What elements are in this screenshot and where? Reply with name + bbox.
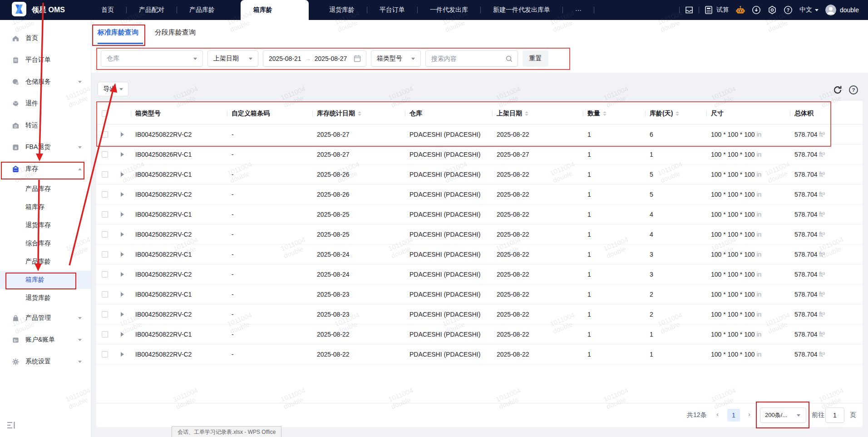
topbar-tab-首页[interactable]: 首页 (89, 0, 126, 20)
select-all-checkbox[interactable] (102, 110, 108, 117)
row-checkbox[interactable] (102, 171, 108, 178)
prev-page-button[interactable]: ‹ (716, 410, 719, 418)
sidebar-subitem-产品库存[interactable]: 产品库存 (0, 180, 91, 198)
reset-button[interactable]: 重置 (523, 50, 548, 67)
language-switcher[interactable]: 中文 (799, 6, 819, 14)
expand-row-icon[interactable] (121, 252, 124, 257)
sort-icon[interactable] (603, 111, 607, 116)
row-checkbox[interactable] (102, 291, 108, 298)
row-checkbox[interactable] (102, 131, 108, 138)
sidebar-item-系统设置[interactable]: 系统设置 (0, 351, 91, 372)
expand-row-icon[interactable] (121, 352, 124, 357)
row-checkbox[interactable] (102, 251, 108, 258)
tab-standard-age-query[interactable]: 标准库龄查询 (98, 28, 138, 37)
expand-row-icon[interactable] (121, 332, 124, 337)
goto-page-input[interactable] (825, 407, 844, 423)
download-icon[interactable] (752, 5, 761, 15)
tab-segment-age-query[interactable]: 分段库龄查询 (155, 28, 196, 37)
sort-asc-icon[interactable] (603, 111, 607, 113)
sidebar-item-产品管理[interactable]: 产品管理 (0, 307, 91, 329)
expand-row-icon[interactable] (121, 172, 124, 177)
size-unit: in (755, 271, 762, 278)
expand-row-icon[interactable] (121, 212, 124, 217)
row-checkbox[interactable] (102, 231, 108, 238)
row-checkbox[interactable] (102, 211, 108, 218)
sort-asc-icon[interactable] (358, 111, 361, 113)
topbar-tab-产品库龄[interactable]: 产品库龄 (177, 0, 227, 20)
row-checkbox[interactable] (102, 151, 108, 158)
table-help-icon[interactable]: ? (848, 85, 858, 95)
topbar-tab-箱库龄[interactable]: 箱库龄 (241, 0, 309, 20)
sidebar-item-转运[interactable]: 转运 (0, 114, 91, 136)
topbar-tab-平台订单[interactable]: 平台订单 (367, 0, 417, 20)
warehouse-select[interactable]: 仓库 (101, 50, 203, 67)
expand-row-icon[interactable] (121, 152, 124, 157)
sort-desc-icon[interactable] (676, 114, 679, 116)
row-checkbox[interactable] (102, 191, 108, 198)
sidebar-item-首页[interactable]: 首页 (0, 27, 91, 49)
sort-asc-icon[interactable] (525, 111, 528, 113)
export-button[interactable]: 导出 (98, 82, 128, 96)
column-header-数量[interactable]: 数量 (583, 103, 645, 124)
sidebar-subitem-退货库存[interactable]: 退货库存 (0, 216, 91, 234)
next-page-button[interactable]: › (748, 410, 750, 418)
row-checkbox[interactable] (102, 351, 108, 358)
date-type-select[interactable]: 上架日期 (207, 50, 258, 67)
sidebar-subitem-综合库存[interactable]: 综合库存 (0, 234, 91, 253)
sidebar-subitem-箱库龄[interactable]: 箱库龄 (0, 271, 91, 289)
calculator-icon[interactable] (704, 5, 713, 15)
settings-icon[interactable] (768, 5, 777, 15)
topbar-tab-退货库龄[interactable]: 退货库龄 (317, 0, 367, 20)
help-icon[interactable]: ? (784, 5, 793, 15)
row-checkbox[interactable] (102, 271, 108, 278)
expand-row-icon[interactable] (121, 232, 124, 237)
sort-desc-icon[interactable] (358, 114, 361, 116)
collapse-sidebar-icon[interactable] (6, 421, 16, 430)
brand[interactable]: 领星 OMS (0, 2, 89, 18)
row-checkbox[interactable] (102, 311, 108, 318)
username[interactable]: double (840, 6, 859, 14)
box-type-select[interactable]: 箱类型号 (371, 50, 421, 67)
sort-icon[interactable] (676, 111, 679, 116)
topbar-tab-产品配对[interactable]: 产品配对 (127, 0, 177, 20)
trial-label[interactable]: 试算 (716, 6, 729, 14)
column-header-库存统计日期[interactable]: 库存统计日期 (312, 103, 405, 124)
search-input[interactable] (431, 55, 505, 62)
search-icon[interactable] (505, 55, 513, 63)
expand-row-icon[interactable] (121, 312, 124, 317)
topbar-tab-一件代发出库[interactable]: 一件代发出库 (418, 0, 480, 20)
sidebar-item-FBA退货[interactable]: aFBA退货 (0, 136, 91, 158)
expand-row-icon[interactable] (121, 272, 124, 277)
page-size-select[interactable]: 200条/... (760, 407, 806, 423)
sidebar-item-账户&账单[interactable]: $=账户&账单 (0, 329, 91, 351)
sidebar-subitem-箱库存[interactable]: 箱库存 (0, 198, 91, 216)
sidebar-item-库存[interactable]: 库存 (0, 158, 91, 180)
date-to[interactable]: 2025-08-27 (315, 55, 347, 62)
date-range-picker[interactable]: 2025-08-21 → 2025-08-27 (263, 50, 366, 67)
sidebar-subitem-产品库龄[interactable]: 产品库龄 (0, 253, 91, 271)
page-number-button[interactable]: 1 (727, 409, 740, 422)
sidebar-item-平台订单[interactable]: 平台订单 (0, 49, 91, 71)
message-icon[interactable] (685, 5, 694, 15)
cell-warehouse: PDACESHI (PDACESHI) (405, 331, 492, 338)
row-checkbox[interactable] (102, 331, 108, 338)
sidebar-item-仓储服务[interactable]: 仓储服务 (0, 71, 91, 93)
sort-desc-icon[interactable] (603, 114, 607, 116)
topbar-tab-新建一件代发出库单[interactable]: 新建一件代发出库单 (481, 0, 562, 20)
sidebar-item-退件[interactable]: 退件 (0, 93, 91, 114)
sort-icon[interactable] (525, 111, 528, 116)
refresh-icon[interactable] (833, 85, 843, 95)
column-header-库龄(天)[interactable]: 库龄(天) (645, 103, 706, 124)
expand-row-icon[interactable] (121, 132, 124, 137)
robot-assistant-icon[interactable] (736, 5, 745, 15)
avatar[interactable] (825, 5, 836, 15)
sort-desc-icon[interactable] (525, 114, 528, 116)
topbar-tab-more[interactable]: ··· (563, 0, 594, 20)
sort-icon[interactable] (358, 111, 361, 116)
date-from[interactable]: 2025-08-21 (269, 55, 301, 62)
expand-row-icon[interactable] (121, 192, 124, 197)
column-header-上架日期[interactable]: 上架日期 (492, 103, 583, 124)
sort-asc-icon[interactable] (676, 111, 679, 113)
expand-row-icon[interactable] (121, 292, 124, 297)
sidebar-subitem-退货库龄[interactable]: 退货库龄 (0, 289, 91, 307)
